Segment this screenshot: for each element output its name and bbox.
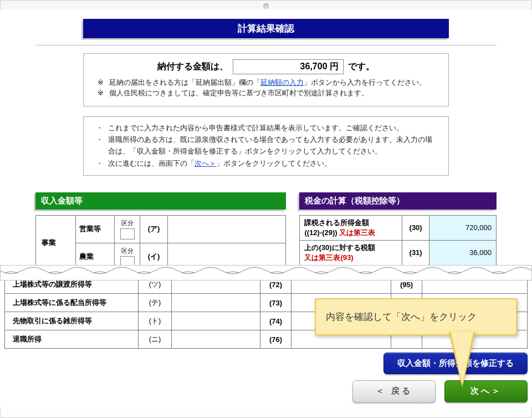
row-label: 退職所得	[5, 330, 139, 349]
row-code: (ト)	[139, 312, 172, 330]
tax-heading: 税金の計算（税額控除等）	[299, 192, 497, 210]
tax-row-value: 36,000	[429, 240, 497, 265]
payment-note: ※ 延納の届出をされる方は「延納届出額」欄の「延納額の入力」ボタンから入力を行っ…	[94, 78, 438, 88]
payment-suffix: です。	[348, 61, 375, 73]
row-name: 農業	[76, 243, 115, 271]
next-link[interactable]: 次へ＞	[195, 160, 216, 167]
tax-row-sub: ((12)-(29))	[304, 228, 337, 237]
info-line: これまでに入力された内容から申告書様式で計算結果を表示しています。ご確認ください…	[108, 123, 403, 134]
row-name: 営業等	[76, 215, 115, 243]
tax-row-sub-red: 又は第三表	[339, 228, 375, 237]
row-num: (73)	[260, 294, 291, 312]
row-code: (ツ)	[139, 276, 172, 294]
info-line: 」ボタンをクリックしてください。	[216, 160, 331, 167]
hint-callout: 内容を確認して「次へ」をクリック	[315, 298, 517, 335]
defer-input-link[interactable]: 延納額の入力	[260, 79, 304, 86]
note-text: 」ボタンから入力を行ってください。	[304, 79, 426, 86]
value-cell[interactable]	[168, 243, 286, 271]
row-num: (72)	[260, 276, 291, 294]
tax-row-title: 課税される所得金額	[304, 218, 397, 228]
note-symbol: ※	[94, 78, 104, 88]
kubun-input[interactable]	[120, 228, 135, 239]
table-row: 上場株式等の譲渡所得等 (ツ) (72) (95)	[5, 276, 528, 294]
page-title: 計算結果確認	[83, 19, 449, 38]
kubun-label: 区分	[121, 220, 134, 226]
row-num: (76)	[260, 330, 291, 349]
info-line: 退職所得のある方は、既に源泉徴収されている場合であっても入力する必要があります。…	[108, 134, 436, 158]
payment-prefix: 納付する金額は、	[157, 61, 228, 73]
tax-row-sub-red: 又は第三表(93)	[304, 253, 353, 262]
note-symbol: ※	[94, 88, 104, 99]
info-line: 次に進むには、画面下の「	[108, 160, 195, 167]
payment-note: ※ 個人住民税につきましては、確定申告等に基づき市区町村で別途計算されます。	[94, 88, 438, 99]
callout-tail-icon	[451, 332, 473, 384]
kubun-label: 区分	[121, 247, 134, 254]
tax-row-title: 上の(30)に対する税額	[304, 243, 397, 253]
value-cell[interactable]	[172, 312, 260, 330]
income-pane: 収入金額等 事業 営業等 区分 (ア) 農業 区分	[35, 192, 286, 271]
group-label: 事業	[36, 215, 76, 271]
hint-text: 内容を確認して「次へ」をクリック	[326, 312, 477, 322]
tax-pane: 税金の計算（税額控除等） 課税される所得金額 ((12)-(29)) 又は第三表…	[299, 192, 497, 271]
value-cell[interactable]	[168, 215, 286, 243]
row-num2: (95)	[391, 276, 422, 294]
payment-amount: 36,700 円	[233, 59, 344, 74]
value-cell[interactable]	[172, 294, 260, 312]
back-button[interactable]: ＜ 戻る	[352, 380, 436, 402]
row-label: 先物取引に係る雑所得等	[5, 312, 139, 330]
row-num: (74)	[260, 312, 291, 330]
tax-row-num: (31)	[402, 240, 429, 265]
note-text: 個人住民税につきましては、確定申告等に基づき市区町村で別途計算されます。	[109, 88, 369, 99]
page: 計算結果確認 納付する金額は、 36,700 円 です。 ※ 延納の届出をされる…	[0, 10, 532, 407]
camera-dot-icon	[263, 3, 269, 9]
kubun-input[interactable]	[120, 256, 135, 267]
row-label: 上場株式等の譲渡所得等	[5, 276, 139, 294]
note-text: 延納の届出をされる方は「延納届出額」欄の「	[109, 79, 260, 86]
value-cell[interactable]	[422, 276, 528, 294]
row-label: 上場株式等に係る配当所得等	[5, 294, 139, 312]
tax-row-num: (30)	[402, 215, 429, 240]
row-code: (ア)	[140, 215, 168, 243]
info-box: ・これまでに入力された内容から申告書様式で計算結果を表示しています。ご確認くださ…	[83, 116, 449, 176]
value-cell[interactable]	[172, 276, 260, 294]
row-code: (ニ)	[139, 330, 172, 349]
row-code: (テ)	[139, 294, 172, 312]
value-cell[interactable]	[291, 276, 391, 294]
income-heading: 収入金額等	[35, 192, 286, 210]
payment-summary: 納付する金額は、 36,700 円 です。 ※ 延納の届出をされる方は「延納届出…	[83, 53, 449, 106]
tax-row-value: 720,000	[429, 215, 497, 240]
row-code: (イ)	[140, 243, 168, 271]
divider	[35, 45, 497, 45]
value-cell[interactable]	[172, 330, 260, 349]
